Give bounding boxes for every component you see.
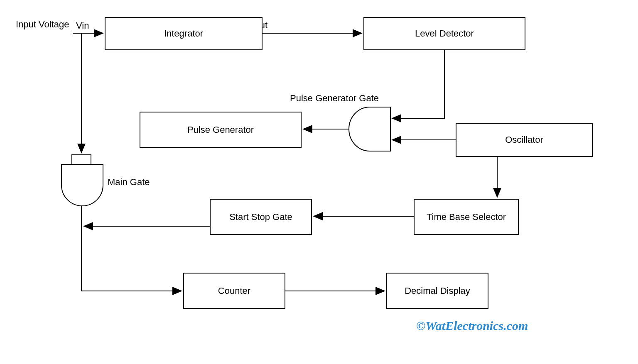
pulse-generator-gate-label: Pulse Generator Gate [290, 93, 379, 104]
and-gate-pulse-icon [0, 0, 638, 364]
and-gate-main-icon [0, 0, 638, 364]
time-base-selector-block: Time Base Selector [414, 199, 519, 235]
level-detector-block: Level Detector [363, 17, 525, 50]
watermark: ©WatElectronics.com [416, 319, 528, 333]
vin-label: Vin [76, 20, 89, 31]
connections-icon [0, 0, 638, 364]
decimal-display-block: Decimal Display [386, 273, 488, 309]
main-gate-label: Main Gate [108, 177, 150, 188]
input-voltage-label: Input Voltage [16, 19, 69, 30]
start-stop-gate-block: Start Stop Gate [210, 199, 312, 235]
svg-rect-0 [72, 155, 91, 164]
oscillator-block: Oscillator [456, 123, 593, 157]
pulse-generator-block: Pulse Generator [140, 112, 302, 148]
counter-block: Counter [183, 273, 285, 309]
integrator-block: Integrator [105, 17, 263, 50]
